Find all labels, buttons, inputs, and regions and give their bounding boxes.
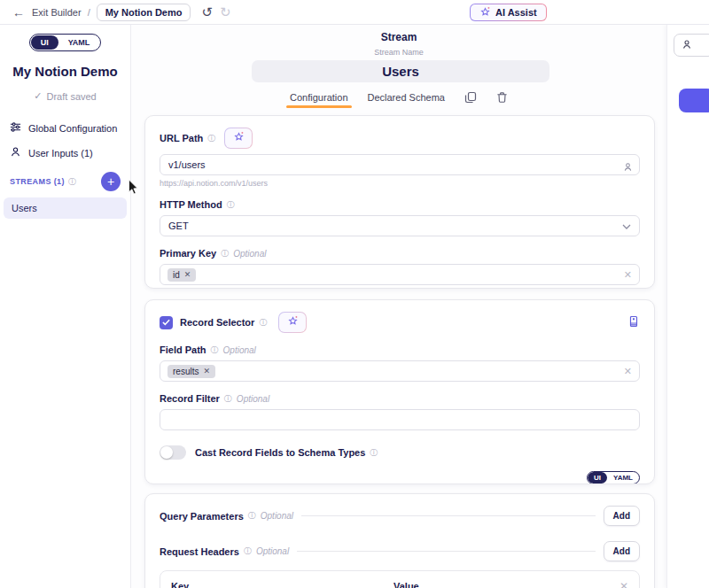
info-icon: ⓘ — [259, 319, 267, 327]
clear-field-icon[interactable]: ✕ — [624, 269, 632, 281]
stream-config-panel: Stream Stream Name Configuration Declare… — [131, 25, 666, 588]
record-selector-header: Record Selector ⓘ — [160, 312, 640, 333]
check-icon: ✓ — [34, 90, 42, 102]
ai-assist-button[interactable]: AI Assist — [470, 4, 547, 21]
primary-key-label: Primary Key — [160, 248, 216, 259]
sparkle-icon — [233, 131, 245, 145]
request-headers-row: Request Headers ⓘ Optional Add — [160, 541, 640, 561]
ui-yaml-toggle[interactable]: UI YAML — [29, 34, 102, 51]
builder-sidebar: UI YAML My Notion Demo ✓ Draft saved Glo… — [0, 25, 131, 588]
sliders-icon — [10, 121, 21, 135]
toggle-ui-option[interactable]: UI — [588, 472, 607, 484]
delete-stream-button[interactable] — [496, 91, 508, 106]
http-method-label: HTTP Method — [160, 199, 222, 210]
request-headers-label-row: Request Headers ⓘ Optional — [160, 546, 289, 557]
duplicate-stream-button[interactable] — [464, 91, 477, 106]
connector-name-field[interactable]: My Notion Demo — [97, 4, 191, 21]
info-icon: ⓘ — [207, 135, 215, 143]
testing-user-input-button[interactable] — [674, 34, 709, 57]
user-interpolation-icon[interactable] — [623, 159, 633, 175]
optional-badge: Optional — [233, 249, 266, 259]
record-filter-input[interactable] — [160, 409, 640, 430]
url-path-input[interactable] — [160, 154, 640, 175]
request-header-entry: Key Value ✕ — [160, 570, 640, 588]
sidebar-item-global-configuration[interactable]: Global Configuration — [10, 121, 121, 135]
chevron-down-icon — [622, 220, 631, 231]
tag-chip-label: id — [173, 270, 180, 280]
back-arrow-icon[interactable]: ← — [12, 5, 25, 19]
primary-key-label-row: Primary Key ⓘ Optional — [160, 248, 640, 259]
remove-tag-icon[interactable]: ✕ — [203, 367, 210, 375]
add-stream-button[interactable]: + — [101, 172, 121, 191]
sidebar-item-label: User Inputs (1) — [28, 148, 93, 159]
ai-assist-label: AI Assist — [495, 7, 537, 18]
primary-key-tag-input[interactable]: id ✕ ✕ — [160, 264, 640, 285]
sidebar-stream-users[interactable]: Users — [4, 197, 127, 219]
url-path-hint: https://api.notion.com/v1/users — [160, 179, 640, 188]
record-selector-ui-yaml-toggle[interactable]: UI YAML — [587, 471, 640, 484]
url-path-ai-button[interactable] — [224, 128, 253, 149]
info-icon: ⓘ — [227, 201, 235, 209]
http-method-select[interactable]: GET — [160, 215, 640, 236]
redo-icon: ↻ — [220, 5, 231, 19]
tag-chip: results ✕ — [168, 365, 215, 378]
stream-name-label: Stream Name — [131, 48, 666, 57]
info-icon: ⓘ — [224, 395, 232, 403]
exit-builder-link[interactable]: Exit Builder — [32, 7, 82, 18]
copy-icon — [464, 93, 477, 106]
info-icon: ⓘ — [370, 449, 378, 457]
field-path-label: Field Path — [160, 344, 206, 355]
value-label: Value — [393, 581, 604, 588]
tab-configuration[interactable]: Configuration — [290, 92, 347, 108]
tab-declared-schema[interactable]: Declared Schema — [368, 92, 445, 108]
stream-tabs: Configuration Declared Schema — [131, 92, 666, 112]
add-request-header-button[interactable]: Add — [604, 541, 640, 561]
field-path-label-row: Field Path ⓘ Optional — [160, 344, 640, 355]
sidebar-nav: Global Configuration User Inputs (1) — [0, 121, 130, 159]
info-icon: ⓘ — [248, 512, 256, 520]
optional-badge: Optional — [256, 546, 289, 556]
info-icon: ⓘ — [68, 178, 76, 186]
query-parameters-label-row: Query Parameters ⓘ Optional — [160, 511, 293, 522]
record-selector-ai-button[interactable] — [278, 312, 307, 333]
cast-fields-label-row: Cast Record Fields to Schema Types ⓘ — [195, 447, 378, 458]
toggle-yaml-option[interactable]: YAML — [607, 472, 639, 484]
breadcrumb-separator: / — [88, 7, 90, 18]
record-filter-label-row: Record Filter ⓘ Optional — [160, 393, 640, 404]
toggle-yaml-option[interactable]: YAML — [58, 35, 100, 50]
remove-header-icon[interactable]: ✕ — [616, 580, 628, 588]
undo-icon[interactable]: ↺ — [201, 5, 213, 19]
draft-status: ✓ Draft saved — [0, 90, 130, 102]
testing-panel-edge — [666, 25, 709, 588]
record-selector-checkbox[interactable] — [160, 316, 173, 329]
url-config-card: URL Path ⓘ https://api.notion.com/v1/use… — [144, 115, 655, 289]
key-label: Key — [171, 581, 381, 588]
sparkle-icon — [479, 6, 491, 19]
optional-badge: Optional — [261, 511, 293, 521]
http-method-value: GET — [168, 220, 189, 231]
clear-field-icon[interactable]: ✕ — [624, 366, 632, 377]
sidebar-item-user-inputs[interactable]: User Inputs (1) — [10, 146, 121, 159]
request-headers-label: Request Headers — [160, 546, 239, 557]
user-icon — [682, 37, 692, 53]
cast-fields-toggle[interactable] — [160, 445, 186, 460]
add-query-parameter-button[interactable]: Add — [604, 506, 640, 526]
info-icon: ⓘ — [211, 346, 219, 354]
documentation-button[interactable] — [627, 315, 640, 330]
optional-badge: Optional — [237, 394, 269, 404]
field-path-tag-input[interactable]: results ✕ ✕ — [160, 360, 640, 382]
record-selector-card: Record Selector ⓘ Field Path ⓘ Optional … — [144, 299, 655, 484]
toggle-ui-option[interactable]: UI — [31, 35, 58, 50]
query-parameters-label: Query Parameters — [160, 511, 244, 522]
record-selector-title-row: Record Selector ⓘ — [180, 317, 267, 328]
request-options-card: Query Parameters ⓘ Optional Add Request … — [144, 493, 655, 588]
optional-badge: Optional — [223, 345, 256, 355]
sparkle-icon — [287, 315, 299, 329]
test-stream-button[interactable] — [679, 89, 709, 112]
http-method-label-row: HTTP Method ⓘ — [160, 199, 640, 210]
stream-panel-title: Stream — [131, 31, 666, 43]
query-parameters-row: Query Parameters ⓘ Optional Add — [160, 506, 640, 526]
remove-tag-icon[interactable]: ✕ — [184, 270, 191, 279]
stream-name-input[interactable] — [252, 60, 549, 82]
sidebar-item-label: Global Configuration — [28, 123, 117, 134]
